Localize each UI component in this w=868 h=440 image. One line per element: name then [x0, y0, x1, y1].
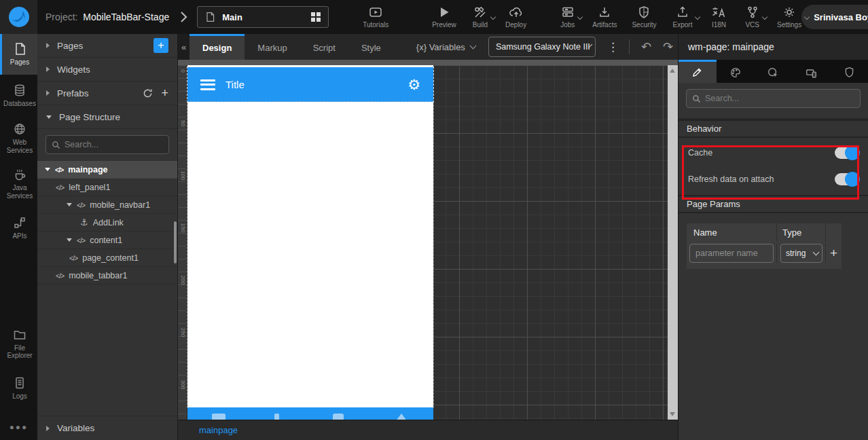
more-options-button[interactable]: ●●●	[0, 416, 37, 440]
expander-icon[interactable]	[45, 168, 50, 171]
section-page-structure[interactable]: Page Structure	[37, 105, 177, 129]
topbar-tool-preview[interactable]: Preview	[432, 5, 456, 29]
pencil-icon	[691, 67, 703, 78]
hamburger-menu-icon[interactable]	[200, 79, 215, 90]
tab-styles[interactable]	[717, 60, 755, 83]
mobile-tabbar[interactable]	[187, 407, 433, 420]
canvas-scrollbar[interactable]	[668, 65, 678, 420]
tree-node-left-panel1[interactable]: </> left_panel1	[37, 179, 177, 196]
section-variables[interactable]: Variables	[37, 416, 177, 440]
sidebar-item-databases[interactable]: Databases	[0, 77, 37, 114]
tool-label: Preview	[432, 21, 456, 29]
tree-node-addlink[interactable]: ⚓ AddLink	[37, 214, 177, 232]
tab-security[interactable]	[830, 60, 868, 83]
structure-search[interactable]	[46, 135, 169, 154]
add-prefab-button[interactable]: +	[161, 87, 168, 99]
pointer-events-icon	[767, 67, 779, 79]
device-select[interactable]: Samsung Galaxy Note III	[488, 37, 596, 57]
tab-properties[interactable]	[679, 60, 717, 83]
section-label: Variables	[57, 423, 94, 433]
sidebar-item-apis[interactable]: APIs	[0, 210, 37, 246]
design-canvas[interactable]: 0 50 100 150 200 250 300 Title ⚙	[178, 60, 678, 420]
topbar-tool-artifacts[interactable]: Artifacts	[592, 5, 617, 29]
current-page-name: Main	[222, 12, 304, 22]
user-menu[interactable]: Srinivasa Boyina SB	[801, 5, 868, 29]
tab-design[interactable]: Design	[189, 34, 245, 60]
sidebar-item-web-services[interactable]: Web Services	[0, 116, 37, 160]
sidebar-item-java-services[interactable]: Java Services	[0, 162, 37, 206]
variables-button[interactable]: {x} Variables	[416, 42, 475, 52]
topbar-tool-export[interactable]: Export	[673, 5, 693, 29]
param-name-input[interactable]	[689, 244, 774, 263]
tab-script[interactable]: Script	[300, 34, 348, 60]
add-page-button[interactable]: +	[153, 38, 168, 53]
section-prefabs[interactable]: Prefabs +	[37, 81, 177, 105]
tree-node-label: mainpage	[68, 165, 107, 175]
page-params-section-header[interactable]: Page Params	[679, 195, 868, 213]
behavior-section-header[interactable]: Behavior	[679, 120, 868, 138]
tool-label: Jobs	[560, 21, 575, 29]
tabbar-icon	[212, 414, 225, 420]
tab-devices[interactable]	[792, 60, 830, 83]
topbar-tool-tutorials[interactable]: Tutorials	[363, 5, 388, 29]
topbar-tool-jobs[interactable]: Jobs	[560, 5, 575, 29]
sidebar-item-label: File Explorer	[3, 344, 37, 360]
properties-search-input[interactable]	[705, 94, 854, 103]
topbar-tool-settings[interactable]: Settings	[777, 5, 801, 29]
collapse-panel-button[interactable]: «	[178, 34, 189, 60]
tab-events[interactable]	[755, 60, 793, 83]
search-icon	[52, 141, 60, 149]
mobile-preview[interactable]: Title ⚙	[187, 65, 433, 420]
section-pages[interactable]: Pages +	[37, 34, 177, 58]
mobile-page-content[interactable]	[187, 102, 433, 407]
topbar-tool-vcs[interactable]: VCS	[745, 5, 759, 29]
tree-scrollbar[interactable]	[174, 221, 177, 263]
cache-toggle[interactable]	[835, 147, 858, 159]
sidebar-item-file-explorer[interactable]: File Explorer	[0, 322, 37, 366]
section-widgets[interactable]: Widgets	[37, 58, 177, 81]
deploy-cloud-icon	[509, 5, 524, 19]
preview-icon	[437, 5, 451, 19]
tab-label: Script	[313, 43, 336, 53]
topbar-tool-build[interactable]: Build	[473, 5, 488, 29]
add-param-button[interactable]: +	[830, 246, 837, 261]
tree-node-label: content1	[90, 236, 122, 245]
scroll-up-arrow[interactable]	[670, 69, 675, 73]
open-page-tab[interactable]: mainpage	[199, 425, 238, 435]
topbar-tool-security[interactable]: Security	[632, 5, 656, 29]
refresh-icon[interactable]	[143, 88, 153, 98]
tree-node-mainpage[interactable]: </> mainpage	[37, 161, 177, 179]
section-label: Prefabs	[57, 88, 89, 98]
structure-search-input[interactable]	[65, 140, 163, 149]
tree-node-content1[interactable]: </> content1	[37, 232, 177, 249]
expander-icon[interactable]	[67, 203, 72, 206]
param-type-select[interactable]: string	[780, 244, 822, 263]
app-logo[interactable]	[0, 0, 37, 34]
topbar-tool-deploy[interactable]: Deploy	[505, 5, 526, 29]
refresh-data-toggle[interactable]	[835, 173, 858, 185]
tree-node-mobile-tabbar1[interactable]: </> mobile_tabbar1	[37, 267, 177, 285]
project-breadcrumb: Project: MobileTabBar-Stage	[46, 12, 169, 22]
topbar-tool-i18n[interactable]: I18N	[711, 5, 726, 29]
vcs-branch-icon	[746, 5, 759, 19]
more-menu-button[interactable]: ⋮	[607, 40, 619, 54]
sidebar-item-logs[interactable]: Logs	[0, 370, 37, 407]
sidebar-item-pages[interactable]: Pages	[0, 34, 37, 75]
page-switcher[interactable]: Main	[197, 6, 329, 28]
properties-search[interactable]	[686, 89, 861, 108]
grid-view-icon[interactable]	[310, 12, 321, 22]
ruler-mark: 250	[180, 328, 186, 337]
expander-icon[interactable]	[67, 238, 72, 242]
mobile-navbar[interactable]: Title ⚙	[187, 67, 433, 102]
tree-node-mobile-navbar1[interactable]: </> mobile_navbar1	[37, 196, 177, 214]
scroll-down-arrow[interactable]	[670, 412, 675, 416]
undo-button[interactable]: ↶	[641, 41, 651, 53]
gear-icon[interactable]: ⚙	[408, 77, 420, 93]
tab-markup[interactable]: Markup	[245, 34, 300, 60]
tree-node-page-content1[interactable]: </> page_content1	[37, 249, 177, 267]
tool-label: Tutorials	[363, 21, 388, 29]
devices-icon	[805, 67, 818, 79]
explorer-panel: Pages + Widgets Prefabs + Page Structure…	[37, 34, 178, 440]
redo-button[interactable]: ↷	[663, 41, 673, 53]
tab-style[interactable]: Style	[348, 34, 394, 60]
